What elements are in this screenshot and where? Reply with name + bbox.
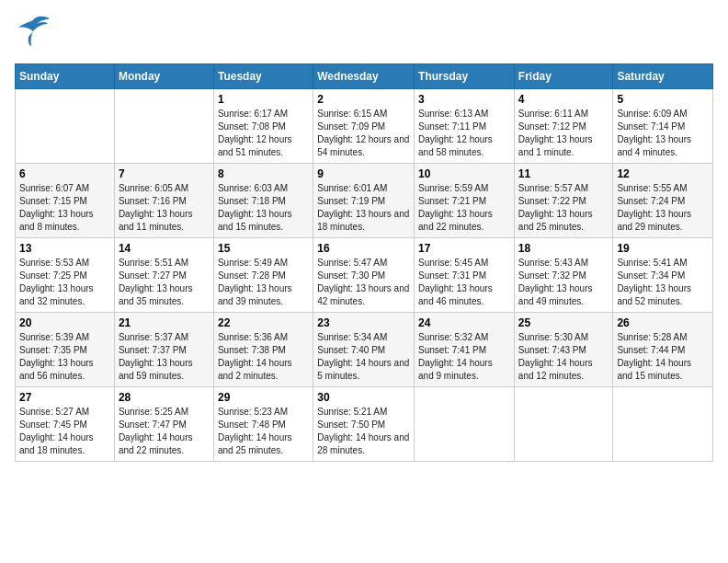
day-number: 23 bbox=[317, 316, 410, 329]
calendar-cell: 15Sunrise: 5:49 AMSunset: 7:28 PMDayligh… bbox=[213, 238, 313, 313]
day-info: Sunrise: 5:34 AMSunset: 7:40 PMDaylight:… bbox=[317, 331, 410, 383]
weekday-header-sunday: Sunday bbox=[16, 64, 115, 89]
day-number: 8 bbox=[218, 167, 309, 180]
weekday-header-saturday: Saturday bbox=[613, 64, 713, 89]
day-info: Sunrise: 5:39 AMSunset: 7:35 PMDaylight:… bbox=[19, 331, 110, 383]
calendar-cell: 28Sunrise: 5:25 AMSunset: 7:47 PMDayligh… bbox=[114, 387, 213, 462]
weekday-header-thursday: Thursday bbox=[415, 64, 515, 89]
calendar-cell: 27Sunrise: 5:27 AMSunset: 7:45 PMDayligh… bbox=[16, 387, 115, 462]
day-number: 15 bbox=[218, 242, 309, 255]
weekday-header-tuesday: Tuesday bbox=[213, 64, 313, 89]
day-number: 17 bbox=[418, 242, 510, 255]
calendar-cell: 3Sunrise: 6:13 AMSunset: 7:11 PMDaylight… bbox=[415, 89, 515, 164]
header bbox=[15, 15, 713, 54]
calendar-cell: 12Sunrise: 5:55 AMSunset: 7:24 PMDayligh… bbox=[613, 164, 713, 238]
day-number: 13 bbox=[19, 242, 110, 255]
day-number: 11 bbox=[518, 167, 609, 180]
day-number: 4 bbox=[518, 93, 609, 106]
calendar-cell: 5Sunrise: 6:09 AMSunset: 7:14 PMDaylight… bbox=[613, 89, 713, 164]
week-row-3: 13Sunrise: 5:53 AMSunset: 7:25 PMDayligh… bbox=[16, 238, 713, 313]
calendar-cell: 7Sunrise: 6:05 AMSunset: 7:16 PMDaylight… bbox=[114, 164, 213, 238]
day-number: 10 bbox=[418, 167, 510, 180]
calendar-cell: 23Sunrise: 5:34 AMSunset: 7:40 PMDayligh… bbox=[313, 313, 415, 387]
calendar-cell: 24Sunrise: 5:32 AMSunset: 7:41 PMDayligh… bbox=[415, 313, 515, 387]
day-info: Sunrise: 5:59 AMSunset: 7:21 PMDaylight:… bbox=[418, 182, 510, 234]
day-info: Sunrise: 6:13 AMSunset: 7:11 PMDaylight:… bbox=[418, 108, 510, 159]
day-number: 24 bbox=[418, 316, 510, 329]
day-info: Sunrise: 5:45 AMSunset: 7:31 PMDaylight:… bbox=[418, 257, 510, 308]
day-info: Sunrise: 5:53 AMSunset: 7:25 PMDaylight:… bbox=[19, 257, 110, 308]
day-number: 18 bbox=[518, 242, 609, 255]
calendar-cell: 13Sunrise: 5:53 AMSunset: 7:25 PMDayligh… bbox=[16, 238, 115, 313]
day-info: Sunrise: 5:37 AMSunset: 7:37 PMDaylight:… bbox=[119, 331, 210, 383]
calendar-table: SundayMondayTuesdayWednesdayThursdayFrid… bbox=[15, 63, 713, 462]
day-info: Sunrise: 5:27 AMSunset: 7:45 PMDaylight:… bbox=[19, 406, 110, 457]
calendar-cell: 20Sunrise: 5:39 AMSunset: 7:35 PMDayligh… bbox=[16, 313, 115, 387]
weekday-header-wednesday: Wednesday bbox=[313, 64, 415, 89]
day-info: Sunrise: 5:32 AMSunset: 7:41 PMDaylight:… bbox=[418, 331, 510, 383]
calendar-cell bbox=[613, 387, 713, 462]
day-number: 1 bbox=[218, 93, 309, 106]
day-number: 29 bbox=[218, 391, 309, 404]
calendar-cell: 26Sunrise: 5:28 AMSunset: 7:44 PMDayligh… bbox=[613, 313, 713, 387]
day-info: Sunrise: 6:03 AMSunset: 7:18 PMDaylight:… bbox=[218, 182, 309, 234]
day-number: 20 bbox=[19, 316, 110, 329]
week-row-4: 20Sunrise: 5:39 AMSunset: 7:35 PMDayligh… bbox=[16, 313, 713, 387]
calendar-cell: 30Sunrise: 5:21 AMSunset: 7:50 PMDayligh… bbox=[313, 387, 415, 462]
week-row-1: 1Sunrise: 6:17 AMSunset: 7:08 PMDaylight… bbox=[16, 89, 713, 164]
day-number: 28 bbox=[119, 391, 210, 404]
calendar-cell: 25Sunrise: 5:30 AMSunset: 7:43 PMDayligh… bbox=[514, 313, 613, 387]
day-number: 2 bbox=[317, 93, 410, 106]
day-info: Sunrise: 5:41 AMSunset: 7:34 PMDaylight:… bbox=[617, 257, 709, 308]
calendar-cell: 8Sunrise: 6:03 AMSunset: 7:18 PMDaylight… bbox=[213, 164, 313, 238]
calendar-cell bbox=[16, 89, 115, 164]
day-number: 14 bbox=[119, 242, 210, 255]
calendar-cell: 4Sunrise: 6:11 AMSunset: 7:12 PMDaylight… bbox=[514, 89, 613, 164]
calendar-cell: 6Sunrise: 6:07 AMSunset: 7:15 PMDaylight… bbox=[16, 164, 115, 238]
day-number: 16 bbox=[317, 242, 410, 255]
calendar-cell: 9Sunrise: 6:01 AMSunset: 7:19 PMDaylight… bbox=[313, 164, 415, 238]
day-info: Sunrise: 5:51 AMSunset: 7:27 PMDaylight:… bbox=[119, 257, 210, 308]
calendar-cell: 2Sunrise: 6:15 AMSunset: 7:09 PMDaylight… bbox=[313, 89, 415, 164]
day-info: Sunrise: 6:11 AMSunset: 7:12 PMDaylight:… bbox=[518, 108, 609, 159]
day-number: 6 bbox=[19, 167, 110, 180]
day-number: 27 bbox=[19, 391, 110, 404]
day-info: Sunrise: 6:17 AMSunset: 7:08 PMDaylight:… bbox=[218, 108, 309, 159]
calendar-cell bbox=[415, 387, 515, 462]
day-info: Sunrise: 6:01 AMSunset: 7:19 PMDaylight:… bbox=[317, 182, 410, 234]
day-info: Sunrise: 5:21 AMSunset: 7:50 PMDaylight:… bbox=[317, 406, 410, 457]
calendar-cell bbox=[114, 89, 213, 164]
day-info: Sunrise: 6:07 AMSunset: 7:15 PMDaylight:… bbox=[19, 182, 110, 234]
day-number: 12 bbox=[617, 167, 709, 180]
day-info: Sunrise: 5:23 AMSunset: 7:48 PMDaylight:… bbox=[218, 406, 309, 457]
calendar-cell: 14Sunrise: 5:51 AMSunset: 7:27 PMDayligh… bbox=[114, 238, 213, 313]
calendar-cell: 10Sunrise: 5:59 AMSunset: 7:21 PMDayligh… bbox=[415, 164, 515, 238]
day-number: 9 bbox=[317, 167, 410, 180]
calendar-cell: 29Sunrise: 5:23 AMSunset: 7:48 PMDayligh… bbox=[213, 387, 313, 462]
weekday-header-row: SundayMondayTuesdayWednesdayThursdayFrid… bbox=[16, 64, 713, 89]
calendar-cell: 21Sunrise: 5:37 AMSunset: 7:37 PMDayligh… bbox=[114, 313, 213, 387]
day-number: 25 bbox=[518, 316, 609, 329]
calendar-cell: 16Sunrise: 5:47 AMSunset: 7:30 PMDayligh… bbox=[313, 238, 415, 313]
day-info: Sunrise: 5:57 AMSunset: 7:22 PMDaylight:… bbox=[518, 182, 609, 234]
weekday-header-monday: Monday bbox=[114, 64, 213, 89]
calendar-cell: 17Sunrise: 5:45 AMSunset: 7:31 PMDayligh… bbox=[415, 238, 515, 313]
calendar-cell: 18Sunrise: 5:43 AMSunset: 7:32 PMDayligh… bbox=[514, 238, 613, 313]
day-info: Sunrise: 6:15 AMSunset: 7:09 PMDaylight:… bbox=[317, 108, 410, 159]
day-number: 22 bbox=[218, 316, 309, 329]
calendar-cell: 11Sunrise: 5:57 AMSunset: 7:22 PMDayligh… bbox=[514, 164, 613, 238]
day-info: Sunrise: 5:25 AMSunset: 7:47 PMDaylight:… bbox=[119, 406, 210, 457]
calendar-cell: 22Sunrise: 5:36 AMSunset: 7:38 PMDayligh… bbox=[213, 313, 313, 387]
day-info: Sunrise: 5:49 AMSunset: 7:28 PMDaylight:… bbox=[218, 257, 309, 308]
week-row-2: 6Sunrise: 6:07 AMSunset: 7:15 PMDaylight… bbox=[16, 164, 713, 238]
week-row-5: 27Sunrise: 5:27 AMSunset: 7:45 PMDayligh… bbox=[16, 387, 713, 462]
day-info: Sunrise: 6:09 AMSunset: 7:14 PMDaylight:… bbox=[617, 108, 709, 159]
calendar-cell: 19Sunrise: 5:41 AMSunset: 7:34 PMDayligh… bbox=[613, 238, 713, 313]
day-info: Sunrise: 5:28 AMSunset: 7:44 PMDaylight:… bbox=[617, 331, 709, 383]
day-number: 5 bbox=[617, 93, 709, 106]
day-info: Sunrise: 5:30 AMSunset: 7:43 PMDaylight:… bbox=[518, 331, 609, 383]
calendar-cell: 1Sunrise: 6:17 AMSunset: 7:08 PMDaylight… bbox=[213, 89, 313, 164]
logo bbox=[15, 15, 55, 54]
day-number: 21 bbox=[119, 316, 210, 329]
day-info: Sunrise: 5:47 AMSunset: 7:30 PMDaylight:… bbox=[317, 257, 410, 308]
